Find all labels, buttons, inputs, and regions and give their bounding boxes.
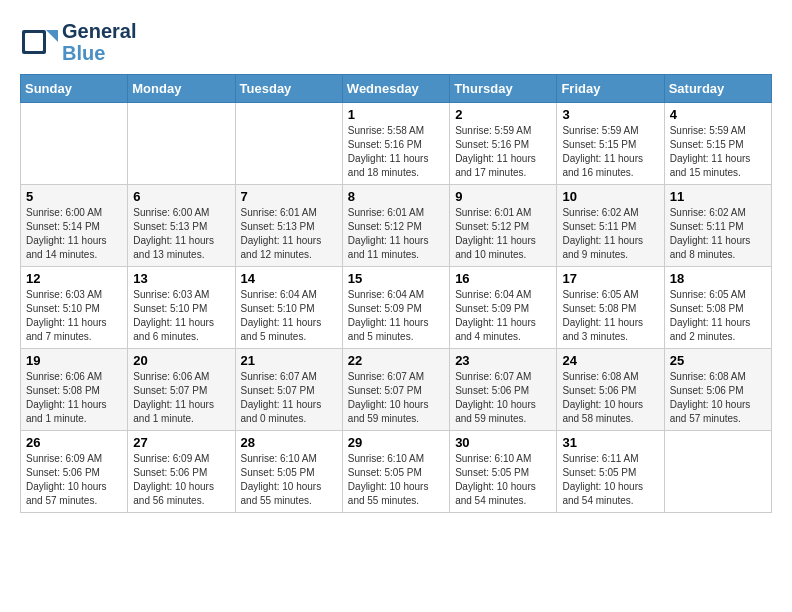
- day-number: 17: [562, 271, 658, 286]
- calendar-cell: 2Sunrise: 5:59 AM Sunset: 5:16 PM Daylig…: [450, 103, 557, 185]
- calendar-cell: 9Sunrise: 6:01 AM Sunset: 5:12 PM Daylig…: [450, 185, 557, 267]
- weekday-header-wednesday: Wednesday: [342, 75, 449, 103]
- day-number: 24: [562, 353, 658, 368]
- weekday-header-friday: Friday: [557, 75, 664, 103]
- day-number: 12: [26, 271, 122, 286]
- day-info: Sunrise: 6:04 AM Sunset: 5:10 PM Dayligh…: [241, 288, 337, 344]
- day-info: Sunrise: 6:00 AM Sunset: 5:14 PM Dayligh…: [26, 206, 122, 262]
- svg-rect-1: [25, 33, 43, 51]
- calendar-cell: 22Sunrise: 6:07 AM Sunset: 5:07 PM Dayli…: [342, 349, 449, 431]
- day-info: Sunrise: 6:06 AM Sunset: 5:07 PM Dayligh…: [133, 370, 229, 426]
- day-number: 21: [241, 353, 337, 368]
- day-info: Sunrise: 6:04 AM Sunset: 5:09 PM Dayligh…: [455, 288, 551, 344]
- day-info: Sunrise: 5:59 AM Sunset: 5:15 PM Dayligh…: [562, 124, 658, 180]
- day-number: 23: [455, 353, 551, 368]
- day-info: Sunrise: 6:06 AM Sunset: 5:08 PM Dayligh…: [26, 370, 122, 426]
- day-info: Sunrise: 6:01 AM Sunset: 5:12 PM Dayligh…: [348, 206, 444, 262]
- calendar-cell: 4Sunrise: 5:59 AM Sunset: 5:15 PM Daylig…: [664, 103, 771, 185]
- calendar-cell: 26Sunrise: 6:09 AM Sunset: 5:06 PM Dayli…: [21, 431, 128, 513]
- day-info: Sunrise: 6:08 AM Sunset: 5:06 PM Dayligh…: [670, 370, 766, 426]
- calendar-cell: 1Sunrise: 5:58 AM Sunset: 5:16 PM Daylig…: [342, 103, 449, 185]
- calendar-cell: 27Sunrise: 6:09 AM Sunset: 5:06 PM Dayli…: [128, 431, 235, 513]
- day-info: Sunrise: 6:05 AM Sunset: 5:08 PM Dayligh…: [670, 288, 766, 344]
- calendar-cell: 8Sunrise: 6:01 AM Sunset: 5:12 PM Daylig…: [342, 185, 449, 267]
- day-info: Sunrise: 6:08 AM Sunset: 5:06 PM Dayligh…: [562, 370, 658, 426]
- day-number: 16: [455, 271, 551, 286]
- day-number: 10: [562, 189, 658, 204]
- day-info: Sunrise: 6:05 AM Sunset: 5:08 PM Dayligh…: [562, 288, 658, 344]
- day-number: 11: [670, 189, 766, 204]
- calendar-cell: 15Sunrise: 6:04 AM Sunset: 5:09 PM Dayli…: [342, 267, 449, 349]
- calendar-cell: 18Sunrise: 6:05 AM Sunset: 5:08 PM Dayli…: [664, 267, 771, 349]
- calendar-week-4: 19Sunrise: 6:06 AM Sunset: 5:08 PM Dayli…: [21, 349, 772, 431]
- day-info: Sunrise: 6:02 AM Sunset: 5:11 PM Dayligh…: [562, 206, 658, 262]
- day-info: Sunrise: 6:03 AM Sunset: 5:10 PM Dayligh…: [133, 288, 229, 344]
- page-header: General Blue: [20, 20, 772, 64]
- day-number: 2: [455, 107, 551, 122]
- weekday-header-saturday: Saturday: [664, 75, 771, 103]
- calendar-cell: [235, 103, 342, 185]
- day-number: 7: [241, 189, 337, 204]
- calendar-cell: 23Sunrise: 6:07 AM Sunset: 5:06 PM Dayli…: [450, 349, 557, 431]
- calendar-cell: 20Sunrise: 6:06 AM Sunset: 5:07 PM Dayli…: [128, 349, 235, 431]
- day-info: Sunrise: 6:00 AM Sunset: 5:13 PM Dayligh…: [133, 206, 229, 262]
- day-info: Sunrise: 6:09 AM Sunset: 5:06 PM Dayligh…: [26, 452, 122, 508]
- day-info: Sunrise: 6:01 AM Sunset: 5:13 PM Dayligh…: [241, 206, 337, 262]
- day-number: 4: [670, 107, 766, 122]
- day-number: 5: [26, 189, 122, 204]
- day-number: 20: [133, 353, 229, 368]
- day-info: Sunrise: 6:02 AM Sunset: 5:11 PM Dayligh…: [670, 206, 766, 262]
- day-number: 15: [348, 271, 444, 286]
- day-number: 18: [670, 271, 766, 286]
- calendar-cell: 24Sunrise: 6:08 AM Sunset: 5:06 PM Dayli…: [557, 349, 664, 431]
- calendar-cell: [21, 103, 128, 185]
- day-number: 14: [241, 271, 337, 286]
- day-info: Sunrise: 5:59 AM Sunset: 5:15 PM Dayligh…: [670, 124, 766, 180]
- day-number: 30: [455, 435, 551, 450]
- logo: General Blue: [20, 20, 136, 64]
- calendar-cell: 25Sunrise: 6:08 AM Sunset: 5:06 PM Dayli…: [664, 349, 771, 431]
- day-info: Sunrise: 6:10 AM Sunset: 5:05 PM Dayligh…: [455, 452, 551, 508]
- day-number: 19: [26, 353, 122, 368]
- calendar-cell: 19Sunrise: 6:06 AM Sunset: 5:08 PM Dayli…: [21, 349, 128, 431]
- day-info: Sunrise: 6:07 AM Sunset: 5:07 PM Dayligh…: [348, 370, 444, 426]
- weekday-header-sunday: Sunday: [21, 75, 128, 103]
- calendar-week-1: 1Sunrise: 5:58 AM Sunset: 5:16 PM Daylig…: [21, 103, 772, 185]
- calendar-cell: 31Sunrise: 6:11 AM Sunset: 5:05 PM Dayli…: [557, 431, 664, 513]
- svg-marker-2: [46, 30, 58, 42]
- logo-general: General: [62, 20, 136, 42]
- calendar-cell: 7Sunrise: 6:01 AM Sunset: 5:13 PM Daylig…: [235, 185, 342, 267]
- day-number: 3: [562, 107, 658, 122]
- day-number: 28: [241, 435, 337, 450]
- day-info: Sunrise: 6:10 AM Sunset: 5:05 PM Dayligh…: [241, 452, 337, 508]
- calendar-cell: 3Sunrise: 5:59 AM Sunset: 5:15 PM Daylig…: [557, 103, 664, 185]
- calendar-week-2: 5Sunrise: 6:00 AM Sunset: 5:14 PM Daylig…: [21, 185, 772, 267]
- calendar-cell: 12Sunrise: 6:03 AM Sunset: 5:10 PM Dayli…: [21, 267, 128, 349]
- day-number: 13: [133, 271, 229, 286]
- day-info: Sunrise: 6:01 AM Sunset: 5:12 PM Dayligh…: [455, 206, 551, 262]
- calendar-cell: 30Sunrise: 6:10 AM Sunset: 5:05 PM Dayli…: [450, 431, 557, 513]
- day-info: Sunrise: 5:59 AM Sunset: 5:16 PM Dayligh…: [455, 124, 551, 180]
- calendar-cell: 6Sunrise: 6:00 AM Sunset: 5:13 PM Daylig…: [128, 185, 235, 267]
- calendar-cell: 29Sunrise: 6:10 AM Sunset: 5:05 PM Dayli…: [342, 431, 449, 513]
- day-number: 1: [348, 107, 444, 122]
- day-info: Sunrise: 6:07 AM Sunset: 5:06 PM Dayligh…: [455, 370, 551, 426]
- calendar-cell: 21Sunrise: 6:07 AM Sunset: 5:07 PM Dayli…: [235, 349, 342, 431]
- calendar-cell: 28Sunrise: 6:10 AM Sunset: 5:05 PM Dayli…: [235, 431, 342, 513]
- calendar-cell: 5Sunrise: 6:00 AM Sunset: 5:14 PM Daylig…: [21, 185, 128, 267]
- calendar-cell: 13Sunrise: 6:03 AM Sunset: 5:10 PM Dayli…: [128, 267, 235, 349]
- calendar-cell: [664, 431, 771, 513]
- calendar-cell: 17Sunrise: 6:05 AM Sunset: 5:08 PM Dayli…: [557, 267, 664, 349]
- calendar-week-5: 26Sunrise: 6:09 AM Sunset: 5:06 PM Dayli…: [21, 431, 772, 513]
- day-number: 29: [348, 435, 444, 450]
- weekday-header-thursday: Thursday: [450, 75, 557, 103]
- day-number: 8: [348, 189, 444, 204]
- weekday-header-monday: Monday: [128, 75, 235, 103]
- day-info: Sunrise: 6:04 AM Sunset: 5:09 PM Dayligh…: [348, 288, 444, 344]
- day-number: 22: [348, 353, 444, 368]
- calendar-table: SundayMondayTuesdayWednesdayThursdayFrid…: [20, 74, 772, 513]
- calendar-cell: 10Sunrise: 6:02 AM Sunset: 5:11 PM Dayli…: [557, 185, 664, 267]
- day-info: Sunrise: 6:03 AM Sunset: 5:10 PM Dayligh…: [26, 288, 122, 344]
- day-number: 31: [562, 435, 658, 450]
- calendar-cell: 16Sunrise: 6:04 AM Sunset: 5:09 PM Dayli…: [450, 267, 557, 349]
